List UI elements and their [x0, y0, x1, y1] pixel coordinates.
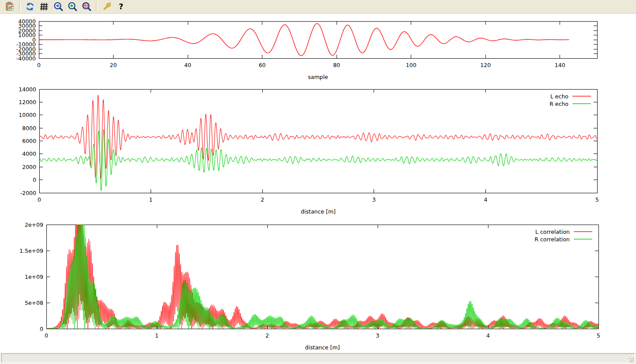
- zoom-next-icon: [67, 1, 78, 12]
- x-tick-label: 120: [480, 62, 491, 68]
- x-tick-label: 4: [484, 196, 487, 203]
- x-tick-label: 1: [149, 196, 153, 203]
- replot-button[interactable]: [23, 0, 37, 13]
- series-line-pulse: [39, 23, 569, 56]
- help-icon: ?: [116, 1, 126, 12]
- y-tick-label: 4000: [22, 150, 36, 157]
- y-tick-label: 40000: [18, 18, 36, 25]
- chart-2-frame[interactable]: [46, 225, 598, 329]
- x-tick-label: 20: [110, 62, 117, 68]
- y-tick-label: 14000: [19, 86, 36, 93]
- statusbar-field: [1, 353, 635, 363]
- series-line-R-correlation: [46, 225, 598, 329]
- legend-label: R echo: [549, 101, 568, 107]
- chart-0-frame[interactable]: [39, 21, 597, 58]
- x-axis-label: distance [m]: [301, 208, 336, 215]
- copy-to-clipboard-button[interactable]: [3, 0, 16, 13]
- statusbar: [0, 353, 636, 364]
- zoom-next-button[interactable]: [66, 0, 79, 13]
- y-tick-label: 1e+09: [25, 274, 43, 280]
- svg-text:?: ?: [119, 2, 123, 11]
- x-tick-label: 40: [184, 62, 191, 68]
- y-tick-label: 2e+09: [25, 221, 43, 228]
- x-tick-label: 60: [259, 62, 266, 68]
- x-tick-label: 100: [406, 62, 416, 68]
- wrench-icon: [102, 1, 112, 12]
- y-tick-label: -2000: [20, 190, 36, 196]
- x-tick-label: 2: [261, 196, 264, 203]
- help-button[interactable]: ?: [114, 0, 128, 13]
- y-tick-label: 0: [33, 176, 36, 183]
- x-tick-label: 5: [597, 332, 600, 339]
- y-tick-label: 6000: [22, 138, 36, 144]
- toolbar-separator: [96, 2, 98, 11]
- x-tick-label: 4: [486, 332, 490, 339]
- y-tick-label: 8000: [22, 125, 36, 131]
- plot-canvas[interactable]: 020406080100120140-40000-30000-20000-100…: [0, 14, 636, 353]
- x-axis-label: sample: [308, 74, 328, 80]
- legend-label: R correlation: [534, 236, 570, 243]
- clipboard-chart-icon: [4, 1, 15, 12]
- apply-autoscale-button[interactable]: [80, 0, 93, 13]
- x-tick-label: 1: [155, 332, 159, 339]
- toggle-grid-button[interactable]: [38, 0, 51, 13]
- configuration-button[interactable]: [100, 0, 114, 13]
- x-tick-label: 80: [333, 62, 340, 68]
- legend-label: L echo: [550, 93, 568, 100]
- y-tick-label: 2000: [22, 164, 36, 170]
- charts-svg[interactable]: 020406080100120140-40000-30000-20000-100…: [0, 14, 636, 353]
- grid-icon: [39, 1, 49, 12]
- x-tick-label: 0: [45, 332, 48, 339]
- series-line-R-echo: [39, 129, 597, 191]
- y-tick-label: 10000: [19, 112, 36, 118]
- y-tick-label: 0: [40, 326, 43, 332]
- toolbar-separator: [19, 2, 21, 11]
- chart-1-frame[interactable]: [39, 89, 597, 193]
- y-tick-label: 1.5e+09: [19, 248, 43, 254]
- x-tick-label: 0: [37, 62, 41, 68]
- x-tick-label: 5: [595, 196, 599, 203]
- x-tick-label: 3: [372, 196, 376, 203]
- y-tick-label: 5e+08: [25, 300, 43, 306]
- autoscale-icon: [81, 1, 92, 12]
- y-tick-label: 12000: [19, 99, 36, 105]
- x-tick-label: 140: [555, 62, 565, 68]
- zoom-previous-icon: [53, 1, 64, 12]
- x-tick-label: 2: [265, 332, 269, 339]
- series-line-L-correlation: [46, 225, 598, 329]
- x-axis-label: distance [m]: [305, 344, 340, 351]
- series-line-L-echo: [39, 95, 597, 179]
- zoom-previous-button[interactable]: [52, 0, 65, 13]
- legend-label: L correlation: [535, 229, 570, 235]
- replot-icon: [25, 1, 35, 12]
- toolbar: ?: [0, 0, 636, 14]
- resize-grip-icon[interactable]: [629, 358, 635, 363]
- x-tick-label: 3: [376, 332, 379, 339]
- x-tick-label: 0: [38, 196, 41, 203]
